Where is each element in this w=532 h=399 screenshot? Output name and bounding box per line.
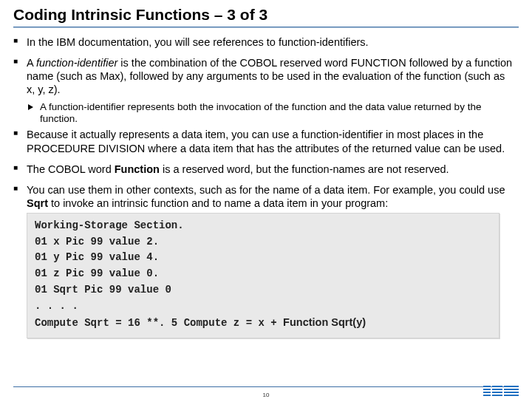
bullet-2-a: A xyxy=(27,57,36,69)
bullet-3: Because it actually represents a data it… xyxy=(13,128,514,154)
sub-bullet-list: A function-identifier represents both th… xyxy=(27,101,514,126)
footer-rule xyxy=(13,386,519,387)
bullet-list: In the IBM documentation, you will see r… xyxy=(13,35,519,210)
title-rule xyxy=(13,27,519,28)
bullet-3-text: Because it actually represents a data it… xyxy=(27,129,505,154)
code-line-2: 01 x Pic 99 value 2. xyxy=(35,236,159,248)
slide-title: Coding Intrinsic Functions – 3 of 3 xyxy=(13,6,519,27)
bullet-4: The COBOL word Function is a reserved wo… xyxy=(13,163,514,176)
page-number: 10 xyxy=(263,392,270,398)
code-block: Working-Storage Section. 01 x Pic 99 val… xyxy=(27,213,499,338)
ibm-logo-icon xyxy=(483,386,519,398)
bullet-4-bold: Function xyxy=(115,163,160,175)
code-line-5: 01 Sqrt Pic 99 value 0 xyxy=(35,284,171,296)
bullet-1: In the IBM documentation, you will see r… xyxy=(13,35,514,49)
code-line-7a: Compute Sqrt = 16 **. 5 Compute z = x + xyxy=(35,317,283,329)
sub-bullet-1: A function-identifier represents both th… xyxy=(27,101,514,126)
code-line-7-fn: Function Sqrt(y) xyxy=(283,316,366,328)
bullet-1-text: In the IBM documentation, you will see r… xyxy=(27,36,369,48)
code-line-6: . . . . xyxy=(35,300,78,312)
bullet-4-a: The COBOL word xyxy=(27,163,115,175)
bullet-2: A function-identifier is the combination… xyxy=(13,56,514,125)
bullet-5-bold: Sqrt xyxy=(27,197,48,209)
bullet-2-ital: function-identifier xyxy=(36,57,117,69)
code-line-1: Working-Storage Section. xyxy=(35,219,184,231)
sub-bullet-1-text: A function-identifier represents both th… xyxy=(40,101,481,124)
footer: 10 xyxy=(0,386,532,399)
logo-bar xyxy=(492,386,502,398)
bullet-5-a: You can use them in other contexts, such… xyxy=(27,184,505,196)
logo-bar xyxy=(483,386,491,398)
bullet-4-b: is a reserved word, but the function-nam… xyxy=(160,163,449,175)
slide: Coding Intrinsic Functions – 3 of 3 In t… xyxy=(0,0,532,399)
code-line-4: 01 z Pic 99 value 0. xyxy=(35,267,159,279)
bullet-5-b: to invoke an intrinsic function and to n… xyxy=(48,197,388,209)
bullet-5: You can use them in other contexts, such… xyxy=(13,183,514,210)
code-line-3: 01 y Pic 99 value 4. xyxy=(35,251,159,263)
logo-bar xyxy=(504,386,519,398)
